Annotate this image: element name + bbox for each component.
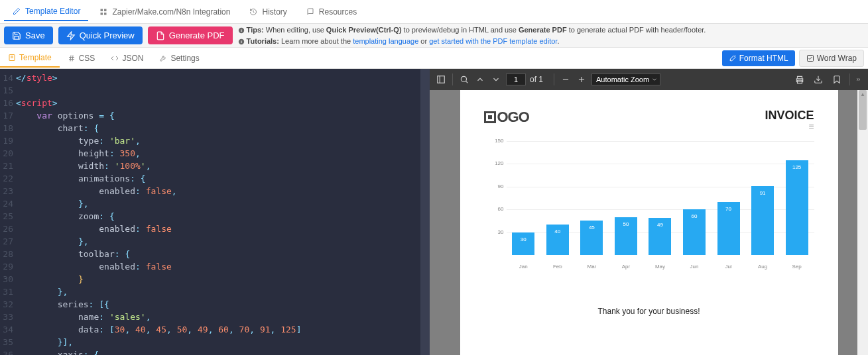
format-html-label: Format HTML <box>739 54 788 63</box>
line-gutter: 1415161718192021222324252627282930313233… <box>0 69 13 355</box>
chart-menu-icon[interactable]: ≡ <box>765 124 814 129</box>
chart-bar: 30 <box>512 232 534 255</box>
tips-block: i Tips: When editing, use Quick Preview(… <box>238 25 706 46</box>
lightning-icon <box>66 31 76 40</box>
info-icon: i <box>238 27 245 34</box>
svg-line-15 <box>72 55 73 61</box>
prev-page-icon[interactable] <box>474 74 486 85</box>
sub-tab-label: JSON <box>122 54 143 63</box>
download-icon[interactable] <box>812 74 824 85</box>
sidebar-toggle-icon[interactable] <box>435 74 447 85</box>
action-bar: Save Quick Preview Generate PDF i Tips: … <box>0 24 868 48</box>
quick-preview-button[interactable]: Quick Preview <box>58 26 143 44</box>
svg-rect-2 <box>101 13 103 15</box>
check-icon <box>806 54 814 62</box>
chart-y-label: 60 <box>484 206 504 212</box>
get-started-link[interactable]: get started with the PDF template editor <box>429 37 557 45</box>
chart-x-label: Apr <box>615 264 637 270</box>
wrench-icon <box>159 54 167 62</box>
sub-tab-template[interactable]: Template <box>0 49 60 68</box>
page-number-input[interactable] <box>506 74 526 85</box>
zoom-label: Automatic Zoom <box>596 76 649 83</box>
sub-tab-json[interactable]: JSON <box>103 50 151 67</box>
grid-icon <box>99 7 108 17</box>
history-icon <box>249 7 258 17</box>
hash-icon <box>68 54 76 62</box>
zoom-out-icon[interactable] <box>560 74 572 85</box>
chart-bar: 91 <box>751 186 774 255</box>
sub-tab-css[interactable]: CSS <box>60 50 103 67</box>
chart-x-label: Jun <box>683 264 706 270</box>
tab-template-editor[interactable]: Template Editor <box>4 3 88 21</box>
viewer-scrollbar[interactable]: ▲ <box>857 90 868 355</box>
chart-x-label: May <box>649 264 671 270</box>
svg-line-14 <box>70 55 71 61</box>
save-label: Save <box>25 30 45 40</box>
wand-icon <box>729 54 737 62</box>
scroll-up-arrow-icon[interactable]: ▲ <box>857 91 868 97</box>
save-button[interactable]: Save <box>4 26 53 44</box>
chevron-down-icon <box>651 76 658 83</box>
tab-integrations[interactable]: Zapier/Make.com/N8n Integration <box>91 3 238 21</box>
chart-bar: 45 <box>580 221 603 255</box>
more-tools-icon[interactable] <box>849 74 861 85</box>
bookmark-icon[interactable] <box>831 74 843 85</box>
chart-bar: 125 <box>786 160 808 255</box>
templating-language-link[interactable]: templating language <box>353 37 418 45</box>
sub-tab-label: Template <box>19 53 52 62</box>
sub-tab-row: Template CSS JSON Settings Format HTML W… <box>0 48 868 69</box>
svg-rect-3 <box>104 13 107 15</box>
chart-y-label: 120 <box>484 160 504 166</box>
pencil-icon <box>12 7 21 16</box>
next-page-icon[interactable] <box>490 74 502 85</box>
tab-history[interactable]: History <box>241 3 294 21</box>
format-html-button[interactable]: Format HTML <box>722 50 795 66</box>
chart-y-label: 90 <box>484 183 504 189</box>
word-wrap-toggle[interactable]: Word Wrap <box>799 50 864 67</box>
pdf-viewer: of 1 Automatic Zoom <box>430 69 868 355</box>
pdf-page: OGO INVOICE ≡ 306090120150 3040455049607… <box>460 90 838 355</box>
zoom-in-icon[interactable] <box>576 74 588 85</box>
zoom-select[interactable]: Automatic Zoom <box>591 74 660 85</box>
print-icon[interactable] <box>794 74 806 85</box>
save-icon <box>12 31 21 40</box>
svg-rect-17 <box>438 76 445 83</box>
svg-rect-0 <box>101 9 103 11</box>
code-content: </style> <script> var options = { chart:… <box>16 72 302 355</box>
search-icon[interactable] <box>458 74 470 85</box>
chart-x-label: Aug <box>751 264 774 270</box>
main-split: 1415161718192021222324252627282930313233… <box>0 69 868 355</box>
tips-label: Tips: <box>247 26 264 34</box>
chart-x-label: Mar <box>580 264 603 270</box>
code-editor[interactable]: 1415161718192021222324252627282930313233… <box>0 69 430 355</box>
bar-chart: 306090120150 3040455049607091125 JanFebM… <box>484 141 814 274</box>
invoice-title: INVOICE <box>765 109 814 123</box>
sub-tab-settings[interactable]: Settings <box>151 50 207 67</box>
tab-resources[interactable]: Resources <box>298 3 365 21</box>
svg-rect-1 <box>104 9 107 11</box>
chart-x-label: Jul <box>717 264 740 270</box>
sub-tab-label: Settings <box>170 54 199 63</box>
sub-tab-label: CSS <box>79 54 95 63</box>
generate-pdf-button[interactable]: Generate PDF <box>148 26 233 44</box>
chart-x-label: Feb <box>546 264 569 270</box>
tutorials-label: Tutorials: <box>247 37 279 45</box>
tab-label: Template Editor <box>25 7 80 16</box>
logo-icon <box>484 111 496 123</box>
tab-label: History <box>262 7 286 17</box>
viewer-body: OGO INVOICE ≡ 306090120150 3040455049607… <box>430 90 868 355</box>
top-nav: Template Editor Zapier/Make.com/N8n Inte… <box>0 0 868 24</box>
logo: OGO <box>484 109 529 126</box>
chart-y-label: 30 <box>484 229 504 235</box>
pdf-icon <box>156 31 165 40</box>
book-icon <box>306 7 315 17</box>
tab-label: Resources <box>319 7 357 17</box>
tab-label: Zapier/Make.com/N8n Integration <box>112 7 230 17</box>
chart-x-label: Jan <box>512 264 534 270</box>
editor-scrollbar[interactable] <box>420 69 430 355</box>
chart-bar: 49 <box>649 218 671 255</box>
page-of-label: of 1 <box>530 75 543 84</box>
chart-x-label: Sep <box>786 264 808 270</box>
svg-line-20 <box>465 81 467 83</box>
chart-bar: 50 <box>615 217 637 255</box>
